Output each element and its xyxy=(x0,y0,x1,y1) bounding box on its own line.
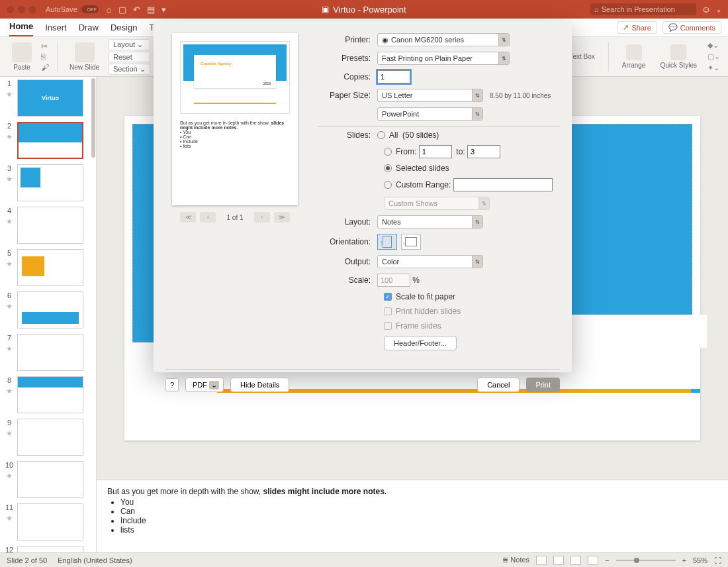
radio-selected[interactable] xyxy=(384,164,392,172)
notes-pane[interactable]: But as you get more in depth with the sh… xyxy=(97,480,728,552)
quick-styles-group[interactable]: Quick Styles xyxy=(656,44,701,69)
custom-range-input[interactable] xyxy=(453,178,553,191)
thumbnail-11[interactable] xyxy=(17,503,83,541)
more-icon[interactable]: ▾ xyxy=(161,5,166,15)
thumbnail-4[interactable] xyxy=(17,207,83,244)
star-icon[interactable]: ★ xyxy=(6,175,13,183)
layout-dropdown[interactable]: Layout ⌄ xyxy=(109,39,150,50)
window-controls[interactable] xyxy=(7,6,36,13)
format-painter-icon[interactable]: 🖌 xyxy=(41,63,49,72)
arrange-group[interactable]: Arrange xyxy=(618,44,650,69)
thumbnail-5[interactable] xyxy=(17,249,83,286)
layout-select[interactable]: Notes⇅ xyxy=(377,215,483,229)
slide-counter[interactable]: Slide 2 of 50 xyxy=(7,556,47,564)
thumbnail-1[interactable]: Virtuo xyxy=(17,79,83,117)
hide-details-button[interactable]: Hide Details xyxy=(230,378,289,392)
doc-icon[interactable]: ▤ xyxy=(147,5,155,15)
star-icon[interactable]: ★ xyxy=(6,217,13,226)
output-select[interactable]: Color⇅ xyxy=(377,255,483,268)
radio-custom[interactable] xyxy=(384,181,392,189)
check-fit[interactable]: ✓ xyxy=(384,293,392,301)
thumbnail-7[interactable] xyxy=(17,334,83,371)
copy-icon[interactable]: ⎘ xyxy=(41,52,49,62)
zoom-out-icon[interactable]: − xyxy=(605,556,609,564)
print-button[interactable]: Print xyxy=(526,378,560,392)
thumbnail-9[interactable] xyxy=(17,419,83,456)
undo-icon[interactable]: ↶ xyxy=(133,5,140,15)
star-icon[interactable]: ★ xyxy=(6,260,13,268)
comment-icon: 💬 xyxy=(668,23,678,32)
printer-select[interactable]: ◉Canon MG6200 series⇅ xyxy=(377,33,510,46)
notes-toggle[interactable]: ≣ Notes xyxy=(502,556,529,564)
shape-fill-icon[interactable]: ◆⌄ xyxy=(707,41,720,50)
star-icon[interactable]: ★ xyxy=(6,429,13,438)
from-input[interactable] xyxy=(419,145,452,158)
shape-effects-icon[interactable]: ✦⌄ xyxy=(707,64,720,72)
autosave-off[interactable]: OFF xyxy=(81,5,99,13)
star-icon[interactable]: ★ xyxy=(6,472,13,480)
last-page-button[interactable]: ≫ xyxy=(274,212,290,223)
share-button[interactable]: ↗Share xyxy=(617,21,657,34)
section-dropdown[interactable]: Section ⌄ xyxy=(109,64,150,75)
language-status[interactable]: English (United States) xyxy=(58,556,132,564)
reset-button[interactable]: Reset xyxy=(109,52,150,62)
radio-all[interactable] xyxy=(377,131,385,139)
tab-design[interactable]: Design xyxy=(111,23,137,36)
help-button[interactable]: ? xyxy=(165,378,179,391)
status-bar: Slide 2 of 50 English (United States) ≣ … xyxy=(0,552,728,567)
sorter-view-icon[interactable] xyxy=(553,556,564,565)
zoom-slider[interactable] xyxy=(616,560,676,561)
paste-group[interactable]: Paste xyxy=(8,42,36,71)
check-hidden xyxy=(384,307,392,315)
thumbnail-2[interactable] xyxy=(17,122,83,159)
autosave-toggle[interactable]: AutoSave OFF xyxy=(46,5,99,13)
fit-icon[interactable]: ⛶ xyxy=(714,556,721,564)
star-icon[interactable]: ★ xyxy=(6,302,13,311)
header-footer-button[interactable]: Header/Footer... xyxy=(384,336,457,350)
cut-icon[interactable]: ✂ xyxy=(41,42,49,51)
scrollbar-thumb[interactable] xyxy=(91,78,95,158)
prev-page-button[interactable]: ‹ xyxy=(200,212,216,223)
thumbnail-10[interactable] xyxy=(17,461,83,498)
app-select[interactable]: PowerPoint⇅ xyxy=(377,107,483,121)
pdf-dropdown[interactable]: PDF ⌄ xyxy=(185,378,224,392)
slides-label: Slides: xyxy=(318,130,377,140)
orientation-portrait[interactable]: ↑ xyxy=(377,234,397,250)
tab-insert[interactable]: Insert xyxy=(45,23,67,36)
zoom-percent[interactable]: 55% xyxy=(693,556,707,564)
presets-select[interactable]: Fast Printing on Plain Paper⇅ xyxy=(377,52,510,65)
cancel-button[interactable]: Cancel xyxy=(477,378,520,392)
first-page-button[interactable]: ≪ xyxy=(180,212,196,223)
radio-from[interactable] xyxy=(384,148,392,156)
star-icon[interactable]: ★ xyxy=(6,387,13,395)
star-icon[interactable]: ★ xyxy=(6,344,13,353)
feedback-icon[interactable]: ☺ xyxy=(702,4,711,15)
zoom-in-icon[interactable]: + xyxy=(682,556,686,564)
home-icon[interactable]: ⌂ xyxy=(107,5,112,15)
star-icon[interactable]: ★ xyxy=(6,90,13,99)
comments-button[interactable]: 💬Comments xyxy=(662,21,721,34)
search-input[interactable]: ⌕ Search in Presentation xyxy=(590,3,696,15)
slideshow-view-icon[interactable] xyxy=(588,556,598,565)
shape-outline-icon[interactable]: ▢⌄ xyxy=(707,52,720,61)
to-input[interactable] xyxy=(467,145,500,158)
save-icon[interactable]: ▢ xyxy=(118,5,126,15)
paper-select[interactable]: US Letter⇅ xyxy=(377,89,483,102)
dropdown-icon[interactable]: ⌄ xyxy=(716,6,721,13)
tab-home[interactable]: Home xyxy=(9,21,33,36)
star-icon[interactable]: ★ xyxy=(6,514,13,523)
normal-view-icon[interactable] xyxy=(536,556,547,565)
thumbnail-3[interactable] xyxy=(17,164,83,201)
thumbnail-8[interactable] xyxy=(17,376,83,413)
page-indicator: 1 of 1 xyxy=(226,214,243,221)
copies-input[interactable] xyxy=(377,70,410,83)
next-page-button[interactable]: › xyxy=(254,212,270,223)
reading-view-icon[interactable] xyxy=(570,556,581,565)
star-icon[interactable]: ★ xyxy=(6,132,13,141)
orientation-landscape[interactable]: ↑ xyxy=(401,234,421,250)
new-slide-group[interactable]: New Slide xyxy=(66,42,103,71)
thumbnail-12[interactable] xyxy=(17,546,83,552)
clipboard-tools: ✂ ⎘ 🖌 xyxy=(41,42,49,72)
tab-draw[interactable]: Draw xyxy=(79,23,99,36)
thumbnail-6[interactable] xyxy=(17,291,83,329)
